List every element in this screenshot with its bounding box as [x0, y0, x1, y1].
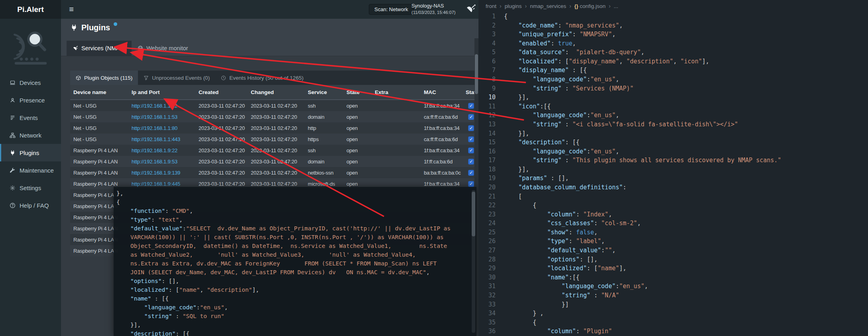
table-row[interactable]: Net - USGhttp://192.168.1.1:532023-03-11…: [70, 111, 478, 122]
tab-label: Services (NMAP): [81, 45, 126, 51]
cell-ip-link[interactable]: http://192.168.1.9:139: [128, 170, 195, 176]
tab-events-history-50-out-of-1265[interactable]: Events History (50 out of 1265): [215, 71, 309, 85]
cell-ip-link[interactable]: http://192.168.1.1:80: [128, 125, 195, 131]
column-header-changed[interactable]: Changed: [248, 89, 305, 95]
overlay-code-line: "localized": ["name", "description"],: [116, 285, 466, 294]
breadcrumb-item-front[interactable]: front: [486, 3, 496, 9]
overlay-code-lines: },{ "function": "CMD", "type": "text", "…: [116, 189, 466, 336]
overlay-code-line: "options": [],: [116, 277, 466, 285]
table-row[interactable]: Net - USGhttp://192.168.1.1:802023-03-11…: [70, 122, 478, 134]
code-line: 6 "localized": ["display_name", "descrip…: [478, 57, 868, 66]
column-header-extra[interactable]: Extra: [372, 89, 421, 95]
line-number: 4: [478, 39, 504, 48]
table-row[interactable]: Raspberry Pi 4 LANhttp://192.168.1.9:139…: [70, 167, 478, 178]
sidebar-item-label: Settings: [20, 185, 41, 191]
cell-ip-link[interactable]: http://192.168.1.9:53: [128, 159, 195, 165]
status-checkbox[interactable]: ✓: [468, 125, 474, 131]
tab-services-nmap[interactable]: Services (NMAP): [67, 41, 132, 56]
breadcrumb-item-more[interactable]: ...: [614, 3, 618, 9]
tab-plugin-objects-115[interactable]: Plugin Objects (115): [70, 71, 138, 85]
status-checkbox[interactable]: ✓: [468, 170, 474, 176]
title-info-badge[interactable]: [114, 22, 117, 26]
satellite-dish-icon: [73, 45, 78, 51]
breadcrumb-item-plugins[interactable]: plugins: [505, 3, 522, 9]
code-line: 31 "language_code":"en_us",: [478, 282, 868, 291]
sidebar-item-devices[interactable]: Devices: [0, 74, 61, 91]
code-line: 13 "string" : "<i class=\"fa-solid fa-sa…: [478, 120, 868, 129]
breadcrumb-separator: ›: [569, 3, 571, 9]
tab-unprocessed-events-0[interactable]: Unprocessed Events (0): [138, 71, 215, 85]
column-header-service[interactable]: Service: [305, 89, 343, 95]
editor-surface[interactable]: 1{2 "code_name": "nmap_services",3 "uniq…: [478, 12, 868, 336]
status-checkbox[interactable]: ✓: [468, 114, 474, 120]
status-checkbox[interactable]: ✓: [468, 136, 474, 142]
status-checkbox[interactable]: ✓: [468, 103, 474, 109]
line-number: 1: [478, 12, 504, 21]
line-number: 14: [478, 129, 504, 138]
sidebar-item-plugins[interactable]: Plugins: [0, 144, 61, 161]
cell-created: 2023-03-11 02:47:20: [195, 170, 248, 176]
sidebar-item-label: Help / FAQ: [20, 202, 49, 209]
cell-ip-link[interactable]: http://192.168.1.1:22: [128, 103, 195, 109]
sidebar-item-help-faq[interactable]: Help / FAQ: [0, 196, 61, 214]
line-number: 28: [478, 255, 504, 264]
breadcrumb-item-nmap-services[interactable]: nmap_services: [530, 3, 566, 9]
overlay-code-line: "function": "CMD",: [116, 206, 466, 215]
code-line: 24 "css_classes": "col-sm-2",: [478, 219, 868, 228]
brand-logo[interactable]: Pi.Alert: [0, 0, 61, 19]
table-row[interactable]: Net - USGhttp://192.168.1.1:4432023-03-1…: [70, 134, 478, 145]
plugins-icon: [10, 150, 16, 156]
overlay-scrollbar-thumb[interactable]: [472, 192, 475, 236]
line-number: 15: [478, 138, 504, 147]
sidebar-item-network[interactable]: Network: [0, 126, 61, 144]
tab-website-monitor[interactable]: Website monitor: [132, 41, 194, 56]
cell-changed: 2023-03-11 02:47:20: [248, 125, 305, 131]
cell-changed: 2023-03-11 02:47:20: [248, 181, 305, 187]
sidebar-item-events[interactable]: Events: [0, 109, 61, 126]
sidebar-item-settings[interactable]: Settings: [0, 179, 61, 196]
tab-label: Plugin Objects (115): [84, 75, 132, 81]
code-line: 22 {: [478, 201, 868, 210]
cell-ip-link[interactable]: http://192.168.1.1:443: [128, 136, 195, 142]
column-header-device-name[interactable]: Device name: [70, 89, 128, 95]
cell-ip-link[interactable]: http://192.168.1.1:53: [128, 114, 195, 120]
breadcrumb-item-config-json[interactable]: {} config.json: [575, 3, 606, 9]
cell-state: open: [343, 181, 372, 187]
cell-mac: 1f:ba:ff:ca:ba:34: [421, 103, 465, 109]
line-number: 11: [478, 102, 504, 111]
status-checkbox[interactable]: ✓: [468, 181, 474, 187]
overlay-scrollbar[interactable]: [472, 190, 475, 333]
page-title: Plugins: [70, 23, 117, 32]
page-title-text: Plugins: [81, 23, 110, 32]
sidebar-item-maintenance[interactable]: Maintenance: [0, 161, 61, 179]
cell-created: 2023-03-11 02:47:20: [195, 181, 248, 187]
code-line: 8 "language_code":"en_us",: [478, 75, 868, 84]
table-row[interactable]: Net - USGhttp://192.168.1.1:222023-03-11…: [70, 100, 478, 111]
table-row[interactable]: Raspberry Pi 4 LANhttp://192.168.1.9:532…: [70, 156, 478, 167]
overlay-code-line: ns.Extra as Extra, dv.dev_MAC as Foreign…: [116, 259, 466, 268]
line-number: 31: [478, 282, 504, 291]
cell-ip-link[interactable]: http://192.168.1.9:22: [128, 147, 195, 153]
column-header-ip-and-port[interactable]: Ip and Port: [128, 89, 195, 95]
status-checkbox[interactable]: ✓: [468, 147, 474, 153]
column-header-state[interactable]: State: [343, 89, 372, 95]
column-header-created[interactable]: Created: [195, 89, 248, 95]
line-number: 30: [478, 273, 504, 282]
status-checkbox[interactable]: ✓: [468, 159, 474, 165]
column-header-mac[interactable]: MAC: [421, 89, 465, 95]
header-widget-icon[interactable]: [465, 3, 477, 15]
cell-service: ssh: [305, 147, 343, 153]
cube-icon: [76, 75, 81, 81]
code-line: 21 [: [478, 192, 868, 201]
hamburger-menu-icon[interactable]: ≡: [63, 0, 80, 19]
scan-status-badge: Scan: Network: [369, 4, 414, 15]
sidebar-item-presence[interactable]: Presence: [0, 91, 61, 109]
code-line: 14 }],: [478, 129, 868, 138]
sidebar-item-label: Devices: [20, 79, 41, 86]
cell-created: 2023-03-11 02:47:20: [195, 114, 248, 120]
scrollbar-thumb[interactable]: [475, 54, 478, 94]
cell-created: 2023-03-11 02:47:20: [195, 125, 248, 131]
table-row[interactable]: Raspberry Pi 4 LANhttp://192.168.1.9:222…: [70, 145, 478, 156]
cell-ip-link[interactable]: http://192.168.1.9:445: [128, 181, 195, 187]
code-line: 35 {: [478, 318, 868, 327]
